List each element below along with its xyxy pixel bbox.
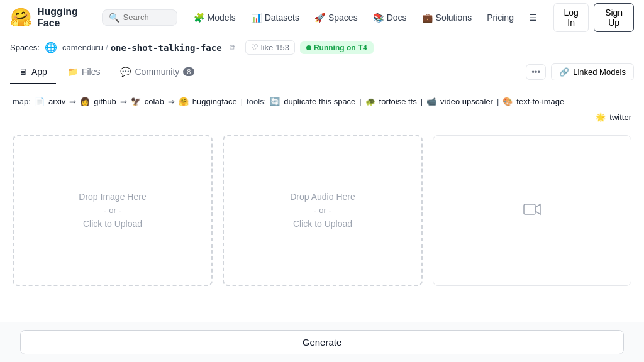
huggingface-icon: 🤗 — [179, 94, 189, 109]
svg-rect-0 — [524, 204, 535, 214]
models-icon: 🧩 — [194, 13, 204, 23]
tools-label: tools: — [247, 94, 266, 109]
running-hw: T4 — [358, 43, 367, 52]
linked-models-button[interactable]: 🔗 Linked Models — [551, 63, 634, 80]
nav-right: Log In Sign Up — [553, 3, 634, 32]
nav-spaces[interactable]: 🚀 Spaces — [308, 9, 364, 26]
tools-row-2: 🌟 twitter — [13, 110, 631, 124]
colab-link[interactable]: colab — [145, 94, 164, 109]
nav-spaces-label: Spaces — [328, 13, 358, 23]
audio-drop-text: Drop Audio Here — [290, 188, 355, 206]
more-icon: ☰ — [529, 13, 537, 23]
running-badge: Running on T4 — [300, 41, 374, 54]
audio-upload-text: Click to Upload — [293, 215, 352, 233]
docs-icon: 📚 — [373, 13, 384, 23]
space-globe-icon: 🌐 — [45, 41, 57, 53]
text-to-image-link[interactable]: text-to-image — [516, 94, 564, 109]
audio-drop-zone[interactable]: Drop Audio Here - or - Click to Upload — [223, 135, 423, 286]
signup-button[interactable]: Sign Up — [594, 3, 634, 32]
arxiv-link[interactable]: arxiv — [48, 94, 65, 109]
tab-app-label: App — [31, 67, 47, 77]
text-to-image-icon: 🎨 — [502, 94, 513, 109]
community-badge: 8 — [183, 67, 194, 76]
generate-button[interactable]: Generate — [20, 330, 624, 354]
video-upscaler-icon: 📹 — [426, 94, 436, 109]
map-label: map: — [13, 94, 31, 109]
more-options-button[interactable]: ••• — [526, 64, 546, 80]
huggingface-link[interactable]: huggingface — [192, 94, 237, 109]
files-icon: 📁 — [67, 67, 78, 77]
space-separator: / — [106, 43, 108, 52]
twitter-icon: 🌟 — [596, 110, 606, 124]
drop-zones: Drop Image Here - or - Click to Upload D… — [13, 135, 631, 286]
nav-items: 🧩 Models 📊 Datasets 🚀 Spaces 📚 Docs 💼 So… — [187, 9, 543, 26]
twitter-link[interactable]: twitter — [609, 110, 631, 124]
logo-text: Hugging Face — [37, 6, 87, 29]
duplicate-link[interactable]: duplicate this space — [284, 94, 355, 109]
running-dot — [306, 45, 311, 50]
nav-pricing-label: Pricing — [487, 13, 514, 23]
tab-community[interactable]: 💬 Community 8 — [111, 60, 203, 84]
github-icon: 👩 — [80, 94, 90, 109]
like-button[interactable]: ♡ like 153 — [245, 40, 295, 55]
tab-files-label: Files — [82, 67, 101, 77]
space-name: one-shot-talking-face — [111, 43, 222, 53]
tab-community-label: Community — [135, 67, 179, 77]
github-link[interactable]: github — [94, 94, 116, 109]
like-count: 153 — [275, 43, 289, 52]
tools-row-1: map: 📄 arxiv ⇒ 👩 github ⇒ 🦅 colab ⇒ 🤗 hu… — [13, 94, 631, 109]
space-path: camenduru / one-shot-talking-face — [62, 43, 222, 53]
pipe-2: | — [359, 94, 361, 109]
tools-section: map: 📄 arxiv ⇒ 👩 github ⇒ 🦅 colab ⇒ 🤗 hu… — [13, 94, 631, 125]
tools-bar: map: 📄 arxiv ⇒ 👩 github ⇒ 🦅 colab ⇒ 🤗 hu… — [13, 94, 631, 125]
arxiv-icon: 📄 — [35, 94, 45, 109]
nav-docs[interactable]: 📚 Docs — [367, 9, 413, 26]
pipe-4: | — [497, 94, 499, 109]
search-input[interactable] — [123, 13, 174, 22]
copy-icon[interactable]: ⧉ — [230, 43, 235, 53]
arrow-3: ⇒ — [168, 94, 175, 109]
tortoise-link[interactable]: tortoise tts — [379, 94, 417, 109]
heart-icon: ♡ — [251, 43, 258, 52]
arrow-2: ⇒ — [120, 94, 127, 109]
nav-docs-label: Docs — [387, 13, 407, 23]
content: map: 📄 arxiv ⇒ 👩 github ⇒ 🦅 colab ⇒ 🤗 hu… — [0, 84, 644, 296]
colab-icon: 🦅 — [131, 94, 141, 109]
video-zone — [433, 135, 631, 286]
space-user[interactable]: camenduru — [62, 43, 103, 52]
tab-right: ••• 🔗 Linked Models — [526, 63, 634, 80]
nav-pricing[interactable]: Pricing — [480, 9, 520, 26]
app-icon: 🖥 — [19, 67, 28, 77]
running-label: Running on — [314, 43, 356, 52]
header: 🤗 Hugging Face 🔍 🧩 Models 📊 Datasets 🚀 S… — [0, 0, 644, 35]
image-drop-text: Drop Image Here — [79, 188, 146, 206]
video-upscaler-link[interactable]: video upscaler — [440, 94, 493, 109]
nav-more[interactable]: ☰ — [523, 9, 543, 26]
image-upload-text: Click to Upload — [83, 215, 142, 233]
space-header: Spaces: 🌐 camenduru / one-shot-talking-f… — [0, 35, 644, 60]
solutions-icon: 💼 — [422, 13, 433, 23]
search-box[interactable]: 🔍 — [102, 9, 177, 26]
duplicate-icon: 🔄 — [270, 94, 280, 109]
arrow-1: ⇒ — [69, 94, 76, 109]
login-button[interactable]: Log In — [553, 3, 589, 32]
nav-models[interactable]: 🧩 Models — [187, 9, 242, 26]
pipe-3: | — [421, 94, 423, 109]
nav-solutions[interactable]: 💼 Solutions — [416, 9, 479, 26]
image-drop-zone[interactable]: Drop Image Here - or - Click to Upload — [13, 135, 213, 286]
nav-datasets-label: Datasets — [265, 13, 299, 23]
nav-datasets[interactable]: 📊 Datasets — [245, 9, 306, 26]
nav-models-label: Models — [208, 13, 236, 23]
tab-app[interactable]: 🖥 App — [10, 60, 56, 84]
tabs: 🖥 App 📁 Files 💬 Community 8 ••• 🔗 Linked… — [0, 60, 644, 84]
tortoise-icon: 🐢 — [365, 94, 375, 109]
like-label: like — [261, 43, 274, 52]
tab-files[interactable]: 📁 Files — [58, 60, 109, 84]
image-or-text: - or - — [104, 206, 121, 215]
linked-models-label: Linked Models — [573, 67, 626, 77]
pipe-1: | — [241, 94, 243, 109]
search-icon: 🔍 — [109, 13, 119, 23]
logo: 🤗 Hugging Face — [10, 6, 87, 29]
spaces-icon: 🚀 — [314, 13, 325, 23]
nav-solutions-label: Solutions — [436, 13, 472, 23]
